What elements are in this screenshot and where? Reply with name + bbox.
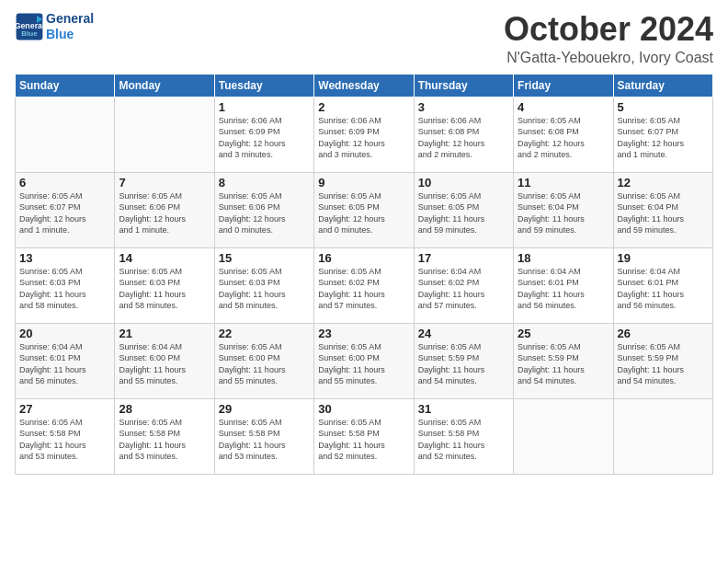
day-number: 8 bbox=[219, 176, 310, 190]
calendar-cell: 6Sunrise: 6:05 AM Sunset: 6:07 PM Daylig… bbox=[16, 172, 115, 247]
calendar-cell: 17Sunrise: 6:04 AM Sunset: 6:02 PM Dayli… bbox=[414, 247, 513, 323]
day-info: Sunrise: 6:06 AM Sunset: 6:09 PM Dayligh… bbox=[219, 115, 310, 161]
day-number: 7 bbox=[119, 176, 210, 190]
day-number: 26 bbox=[618, 327, 709, 340]
day-info: Sunrise: 6:05 AM Sunset: 6:05 PM Dayligh… bbox=[418, 190, 509, 236]
day-number: 25 bbox=[518, 327, 609, 340]
calendar-cell: 19Sunrise: 6:04 AM Sunset: 6:01 PM Dayli… bbox=[613, 247, 712, 323]
weekday-header: Friday bbox=[514, 74, 613, 97]
calendar-cell bbox=[115, 97, 214, 172]
calendar-cell: 21Sunrise: 6:04 AM Sunset: 6:00 PM Dayli… bbox=[115, 323, 214, 398]
day-number: 13 bbox=[19, 251, 110, 265]
day-number: 16 bbox=[318, 251, 409, 265]
calendar-cell: 4Sunrise: 6:05 AM Sunset: 6:08 PM Daylig… bbox=[514, 97, 613, 172]
day-number: 18 bbox=[518, 251, 609, 265]
day-number: 19 bbox=[618, 251, 709, 265]
day-number: 20 bbox=[19, 327, 110, 340]
day-number: 2 bbox=[318, 100, 409, 114]
day-number: 22 bbox=[219, 327, 310, 340]
day-number: 15 bbox=[219, 251, 310, 265]
day-info: Sunrise: 6:05 AM Sunset: 6:06 PM Dayligh… bbox=[119, 190, 210, 236]
day-info: Sunrise: 6:05 AM Sunset: 6:03 PM Dayligh… bbox=[119, 266, 210, 312]
day-info: Sunrise: 6:05 AM Sunset: 6:00 PM Dayligh… bbox=[318, 341, 409, 387]
day-info: Sunrise: 6:06 AM Sunset: 6:08 PM Dayligh… bbox=[418, 115, 509, 161]
calendar-cell bbox=[514, 398, 613, 474]
weekday-header: Monday bbox=[115, 74, 214, 97]
day-number: 12 bbox=[618, 176, 709, 190]
day-info: Sunrise: 6:05 AM Sunset: 6:03 PM Dayligh… bbox=[19, 266, 110, 312]
day-info: Sunrise: 6:05 AM Sunset: 5:59 PM Dayligh… bbox=[618, 341, 709, 387]
calendar-cell: 24Sunrise: 6:05 AM Sunset: 5:59 PM Dayli… bbox=[414, 323, 513, 398]
calendar-cell: 5Sunrise: 6:05 AM Sunset: 6:07 PM Daylig… bbox=[613, 97, 712, 172]
day-number: 6 bbox=[19, 176, 110, 190]
day-number: 29 bbox=[219, 402, 310, 416]
day-info: Sunrise: 6:05 AM Sunset: 6:05 PM Dayligh… bbox=[318, 190, 409, 236]
weekday-header: Saturday bbox=[613, 74, 712, 97]
day-info: Sunrise: 6:05 AM Sunset: 6:04 PM Dayligh… bbox=[518, 190, 609, 236]
calendar-cell: 2Sunrise: 6:06 AM Sunset: 6:09 PM Daylig… bbox=[314, 97, 414, 172]
day-info: Sunrise: 6:04 AM Sunset: 6:01 PM Dayligh… bbox=[19, 341, 110, 387]
day-number: 9 bbox=[318, 176, 409, 190]
calendar-cell: 3Sunrise: 6:06 AM Sunset: 6:08 PM Daylig… bbox=[414, 97, 513, 172]
calendar-week-row: 13Sunrise: 6:05 AM Sunset: 6:03 PM Dayli… bbox=[16, 247, 713, 323]
calendar-cell: 23Sunrise: 6:05 AM Sunset: 6:00 PM Dayli… bbox=[314, 323, 414, 398]
day-number: 21 bbox=[119, 327, 210, 340]
day-info: Sunrise: 6:04 AM Sunset: 6:01 PM Dayligh… bbox=[518, 266, 609, 312]
calendar-cell: 16Sunrise: 6:05 AM Sunset: 6:02 PM Dayli… bbox=[314, 247, 414, 323]
calendar-cell: 9Sunrise: 6:05 AM Sunset: 6:05 PM Daylig… bbox=[314, 172, 414, 247]
day-info: Sunrise: 6:05 AM Sunset: 5:59 PM Dayligh… bbox=[418, 341, 509, 387]
calendar-cell: 27Sunrise: 6:05 AM Sunset: 5:58 PM Dayli… bbox=[16, 398, 115, 474]
logo: General Blue General Blue bbox=[15, 11, 94, 42]
day-number: 4 bbox=[518, 100, 609, 114]
day-info: Sunrise: 6:05 AM Sunset: 5:58 PM Dayligh… bbox=[119, 417, 210, 463]
weekday-header: Thursday bbox=[414, 74, 513, 97]
day-info: Sunrise: 6:05 AM Sunset: 6:07 PM Dayligh… bbox=[618, 115, 709, 161]
day-info: Sunrise: 6:05 AM Sunset: 6:02 PM Dayligh… bbox=[318, 266, 409, 312]
calendar-cell: 31Sunrise: 6:05 AM Sunset: 5:58 PM Dayli… bbox=[414, 398, 513, 474]
calendar-cell: 22Sunrise: 6:05 AM Sunset: 6:00 PM Dayli… bbox=[214, 323, 313, 398]
day-number: 31 bbox=[418, 402, 509, 416]
calendar-cell: 25Sunrise: 6:05 AM Sunset: 5:59 PM Dayli… bbox=[514, 323, 613, 398]
calendar-cell: 12Sunrise: 6:05 AM Sunset: 6:04 PM Dayli… bbox=[613, 172, 712, 247]
weekday-header: Tuesday bbox=[214, 74, 313, 97]
day-number: 27 bbox=[19, 402, 110, 416]
calendar-header-row: SundayMondayTuesdayWednesdayThursdayFrid… bbox=[16, 74, 713, 97]
day-info: Sunrise: 6:05 AM Sunset: 6:06 PM Dayligh… bbox=[219, 190, 310, 236]
calendar-cell: 10Sunrise: 6:05 AM Sunset: 6:05 PM Dayli… bbox=[414, 172, 513, 247]
logo-blue: Blue bbox=[46, 27, 94, 42]
svg-text:Blue: Blue bbox=[21, 29, 38, 38]
calendar-cell bbox=[613, 398, 712, 474]
day-info: Sunrise: 6:05 AM Sunset: 5:58 PM Dayligh… bbox=[219, 417, 310, 463]
day-info: Sunrise: 6:05 AM Sunset: 6:03 PM Dayligh… bbox=[219, 266, 310, 312]
day-number: 28 bbox=[119, 402, 210, 416]
calendar-cell: 15Sunrise: 6:05 AM Sunset: 6:03 PM Dayli… bbox=[214, 247, 313, 323]
page-container: General Blue General Blue October 2024 N… bbox=[0, 0, 728, 563]
calendar-cell: 13Sunrise: 6:05 AM Sunset: 6:03 PM Dayli… bbox=[16, 247, 115, 323]
calendar-cell: 26Sunrise: 6:05 AM Sunset: 5:59 PM Dayli… bbox=[613, 323, 712, 398]
calendar-week-row: 20Sunrise: 6:04 AM Sunset: 6:01 PM Dayli… bbox=[16, 323, 713, 398]
calendar-table: SundayMondayTuesdayWednesdayThursdayFrid… bbox=[15, 74, 713, 475]
day-info: Sunrise: 6:05 AM Sunset: 6:08 PM Dayligh… bbox=[518, 115, 609, 161]
weekday-header: Sunday bbox=[16, 74, 115, 97]
calendar-cell bbox=[16, 97, 115, 172]
day-info: Sunrise: 6:05 AM Sunset: 5:58 PM Dayligh… bbox=[418, 417, 509, 463]
calendar-cell: 8Sunrise: 6:05 AM Sunset: 6:06 PM Daylig… bbox=[214, 172, 313, 247]
calendar-cell: 7Sunrise: 6:05 AM Sunset: 6:06 PM Daylig… bbox=[115, 172, 214, 247]
location-title: N'Gatta-Yebouekro, Ivory Coast bbox=[504, 50, 713, 66]
day-number: 14 bbox=[119, 251, 210, 265]
calendar-cell: 29Sunrise: 6:05 AM Sunset: 5:58 PM Dayli… bbox=[214, 398, 313, 474]
calendar-week-row: 27Sunrise: 6:05 AM Sunset: 5:58 PM Dayli… bbox=[16, 398, 713, 474]
day-number: 11 bbox=[518, 176, 609, 190]
calendar-week-row: 1Sunrise: 6:06 AM Sunset: 6:09 PM Daylig… bbox=[16, 97, 713, 172]
day-info: Sunrise: 6:04 AM Sunset: 6:00 PM Dayligh… bbox=[119, 341, 210, 387]
day-info: Sunrise: 6:04 AM Sunset: 6:01 PM Dayligh… bbox=[618, 266, 709, 312]
day-info: Sunrise: 6:05 AM Sunset: 5:58 PM Dayligh… bbox=[19, 417, 110, 463]
day-number: 17 bbox=[418, 251, 509, 265]
calendar-cell: 14Sunrise: 6:05 AM Sunset: 6:03 PM Dayli… bbox=[115, 247, 214, 323]
calendar-cell: 11Sunrise: 6:05 AM Sunset: 6:04 PM Dayli… bbox=[514, 172, 613, 247]
day-number: 1 bbox=[219, 100, 310, 114]
day-number: 10 bbox=[418, 176, 509, 190]
logo-general: General bbox=[46, 11, 94, 27]
calendar-cell: 20Sunrise: 6:04 AM Sunset: 6:01 PM Dayli… bbox=[16, 323, 115, 398]
day-info: Sunrise: 6:05 AM Sunset: 6:07 PM Dayligh… bbox=[19, 190, 110, 236]
